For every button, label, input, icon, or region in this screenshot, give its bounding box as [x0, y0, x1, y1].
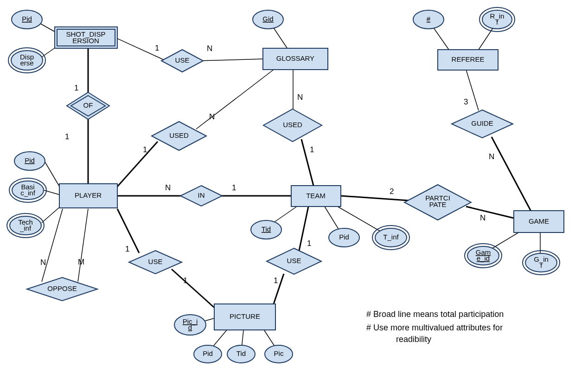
card-team-used2: 1	[310, 145, 314, 154]
attr-team-pid: Pid	[329, 228, 359, 247]
svg-text:Pic: Pic	[274, 349, 284, 357]
card-player-in: N	[165, 183, 171, 192]
svg-text:T_inf: T_inf	[383, 233, 399, 241]
card-pic-useplayer: 1	[183, 276, 187, 285]
card-team-usepic: 1	[307, 239, 311, 248]
attr-sd-pid: Pid	[12, 10, 42, 29]
card-oppose-m: M	[78, 258, 84, 266]
svg-text:#: #	[427, 15, 431, 23]
card-player-usepic: 1	[125, 245, 129, 253]
svg-text:TEAM: TEAM	[306, 192, 326, 200]
card-gloss-used1: N	[209, 112, 215, 121]
svg-text:OF: OF	[83, 101, 93, 109]
attr-gid: Gid	[253, 10, 283, 29]
rel-used-team-gloss: USED	[263, 109, 322, 142]
rel-guide: GUIDE	[452, 110, 513, 138]
card-player-used1: 1	[143, 145, 147, 154]
svg-text:GUIDE: GUIDE	[471, 119, 493, 127]
entity-glossary: GLOSSARY	[263, 48, 328, 70]
rel-oppose: OPPOSE	[27, 278, 97, 301]
card-sd-of: 1	[74, 84, 78, 92]
svg-text:Pid: Pid	[339, 233, 349, 241]
svg-text:USE: USE	[148, 258, 163, 265]
note-1: # Broad line means total participation	[366, 310, 504, 319]
rel-in: IN	[180, 186, 222, 206]
attr-ref-num: #	[413, 10, 444, 29]
svg-text:Tech_inf: Tech_inf	[18, 218, 33, 232]
card-sd-use: 1	[155, 44, 159, 52]
attr-pic-id: Pic_id	[174, 315, 206, 335]
attr-pic-tid: Tid	[227, 345, 255, 363]
svg-text:GAME: GAME	[529, 217, 549, 225]
edge-part-game	[466, 207, 514, 218]
edge-oppose-right	[78, 209, 88, 282]
svg-text:PICTURE: PICTURE	[230, 312, 260, 320]
svg-text:USE: USE	[287, 257, 301, 265]
edge-team-part	[341, 196, 408, 200]
card-ref-guide: 3	[464, 97, 468, 106]
rel-use-team-pic: USE	[267, 248, 321, 274]
rel-participate: PARTCIPATE	[404, 185, 471, 220]
edge-player-pid	[45, 162, 60, 188]
svg-text:Tid: Tid	[262, 225, 271, 233]
svg-text:Pid: Pid	[203, 349, 213, 357]
svg-text:Gid: Gid	[262, 15, 273, 23]
attr-r-inf: R_inf	[479, 7, 515, 32]
attr-basic-inf: Basic_inf	[9, 178, 46, 202]
svg-text:Game_id: Game_id	[476, 248, 491, 262]
attr-tech-inf: Tech_inf	[7, 213, 44, 238]
card-gloss-use: N	[207, 44, 212, 53]
card-oppose-n: N	[40, 258, 46, 267]
card-game-part: N	[480, 213, 486, 222]
rel-of: OF	[67, 92, 109, 119]
svg-text:OPPOSE: OPPOSE	[47, 284, 77, 292]
svg-text:Pid: Pid	[22, 15, 32, 23]
svg-text:GLOSSARY: GLOSSARY	[276, 54, 314, 62]
edge-player-tech	[42, 207, 60, 223]
attr-pic-pid: Pid	[194, 345, 222, 363]
edge-guide-game	[492, 137, 531, 211]
svg-text:REFEREE: REFEREE	[452, 55, 485, 63]
svg-text:USED: USED	[169, 131, 189, 139]
note-2a: # Use more multivalued attributes for	[366, 323, 503, 332]
attr-disperse: Disperse	[8, 48, 45, 73]
edge-used1-gloss	[196, 70, 274, 129]
entity-game: GAME	[514, 211, 564, 232]
attr-pic: Pic	[265, 345, 293, 363]
card-game-guide: N	[489, 152, 494, 161]
entity-player: PLAYER	[59, 184, 117, 208]
entity-shot-dispersion: SHOT_DISPERSION	[55, 27, 117, 48]
svg-text:USED: USED	[283, 121, 302, 129]
entity-team: TEAM	[291, 186, 341, 207]
svg-text:PLAYER: PLAYER	[75, 191, 102, 199]
card-pic-useteam: 1	[274, 276, 278, 285]
card-team-part: 2	[390, 187, 394, 196]
edge-usepic-picture	[172, 269, 218, 311]
rel-used-player-gloss: USED	[152, 122, 206, 150]
attr-team-tid: Tid	[251, 220, 281, 239]
edge-use-gloss	[198, 59, 263, 61]
svg-text:USE: USE	[175, 56, 190, 64]
svg-text:Basic_inf: Basic_inf	[20, 183, 36, 197]
attr-t-inf: T_inf	[372, 226, 409, 250]
entity-referee: REFEREE	[438, 50, 498, 70]
entity-picture: PICTURE	[214, 304, 275, 330]
svg-text:Tid: Tid	[236, 349, 246, 357]
card-player-of: 1	[65, 132, 69, 141]
svg-text:IN: IN	[198, 191, 205, 199]
attr-game-id: Game_id	[465, 244, 502, 268]
note-2b: readibility	[396, 335, 431, 344]
attr-player-pid: Pid	[14, 152, 45, 170]
edge-player-used1	[117, 142, 158, 187]
attr-g-inf: G_inf	[523, 251, 560, 275]
svg-text:Disperse: Disperse	[20, 53, 34, 67]
svg-text:Pid: Pid	[25, 156, 35, 164]
rel-use-sd-gloss: USE	[161, 50, 203, 72]
card-team-in: 1	[232, 183, 236, 192]
card-gloss-used2: N	[297, 93, 303, 102]
